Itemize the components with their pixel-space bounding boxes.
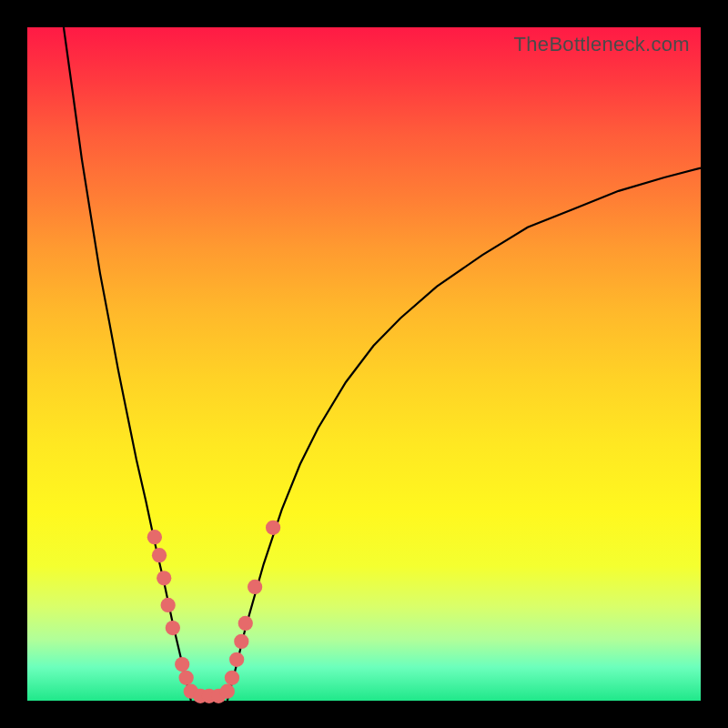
data-marker [266, 521, 280, 535]
data-marker [179, 671, 194, 685]
data-marker [238, 616, 253, 631]
data-marker [248, 580, 262, 594]
chart-frame: TheBottleneck.com [0, 0, 728, 728]
data-marker [157, 571, 171, 585]
data-marker [152, 548, 167, 562]
marker-group [147, 521, 281, 703]
data-marker [175, 657, 189, 672]
data-marker [229, 652, 244, 667]
data-marker [161, 598, 176, 612]
data-marker [220, 684, 235, 699]
data-marker [147, 530, 162, 544]
chart-svg [27, 27, 701, 701]
plot-area: TheBottleneck.com [27, 27, 701, 701]
data-marker [234, 634, 248, 649]
curve-right-branch [228, 168, 701, 701]
data-marker [225, 671, 239, 685]
data-marker [166, 621, 180, 635]
